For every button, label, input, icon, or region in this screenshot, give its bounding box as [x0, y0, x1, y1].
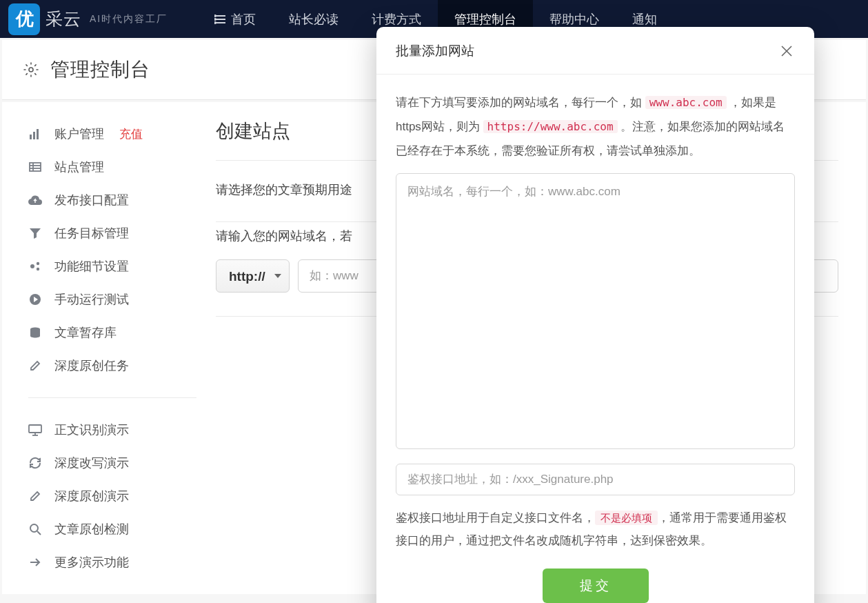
nav-label: 站长必读 [289, 11, 339, 28]
sidebar-label: 任务目标管理 [54, 225, 129, 241]
nav-label: 帮助中心 [549, 11, 599, 28]
svg-rect-10 [30, 163, 41, 171]
svg-point-4 [214, 19, 216, 20]
sidebar-group-demo: 正文识别演示 深度改写演示 深度原创演示 文章原创检测 更多演示功能 [28, 413, 196, 579]
nav-label: 首页 [231, 11, 256, 28]
brand[interactable]: 优 采云 AI时代内容工厂 [8, 3, 168, 35]
sidebar-label: 功能细节设置 [54, 258, 129, 275]
svg-rect-19 [29, 425, 41, 433]
sidebar-label: 深度原创任务 [54, 357, 129, 374]
svg-point-5 [214, 22, 216, 23]
submit-button[interactable]: 提交 [543, 569, 649, 603]
grid-icon [28, 160, 42, 174]
svg-point-14 [30, 264, 34, 268]
modal-close-button[interactable] [778, 43, 795, 59]
modal-body: 请在下方填写要添加的网站域名，每行一个，如 www.abc.com ，如果是ht… [376, 75, 814, 603]
monitor-icon [28, 423, 42, 437]
sidebar-label: 深度改写演示 [54, 455, 129, 471]
auth-note: 鉴权接口地址用于自定义接口文件名，不是必填项，通常用于需要通用鉴权接口的用户，通… [396, 506, 795, 552]
refresh-icon [28, 456, 42, 470]
cogs-icon [28, 259, 42, 273]
protocol-select[interactable]: http:// [216, 259, 290, 293]
sidebar-label: 文章原创检测 [54, 521, 129, 537]
console-title: 管理控制台 [50, 57, 150, 83]
bulk-add-sites-modal: 批量添加网站 请在下方填写要添加的网站域名，每行一个，如 www.abc.com… [376, 27, 814, 603]
svg-rect-8 [33, 132, 35, 139]
edit-icon [28, 489, 42, 503]
domains-textarea[interactable] [396, 173, 795, 449]
sidebar-item-deep-original-demo[interactable]: 深度原创演示 [28, 480, 196, 513]
sidebar-item-task-goals[interactable]: 任务目标管理 [28, 217, 196, 250]
optional-tag: 不是必填项 [595, 511, 658, 525]
svg-line-23 [37, 531, 41, 535]
filter-icon [28, 226, 42, 240]
nav-home[interactable]: 首页 [198, 0, 272, 38]
sidebar-label: 站点管理 [54, 159, 104, 175]
code-example-https: https://www.abc.com [483, 120, 618, 133]
code-example-domain: www.abc.com [645, 96, 727, 109]
search-icon [28, 522, 42, 536]
gear-icon [23, 61, 39, 78]
modal-description: 请在下方填写要添加的网站域名，每行一个，如 www.abc.com ，如果是ht… [396, 91, 795, 164]
sidebar-label: 发布接口配置 [54, 192, 129, 208]
modal-header: 批量添加网站 [376, 27, 814, 75]
share-icon [28, 555, 42, 569]
sidebar-label: 更多演示功能 [54, 554, 129, 571]
svg-point-15 [37, 262, 39, 265]
svg-rect-9 [37, 129, 39, 139]
edit-icon [28, 359, 42, 373]
sidebar-label: 账户管理 [54, 126, 104, 142]
sidebar-label: 文章暂存库 [54, 324, 117, 341]
sidebar-item-sites[interactable]: 站点管理 [28, 150, 196, 184]
nav-label: 管理控制台 [454, 11, 516, 28]
sidebar-label: 深度原创演示 [54, 488, 129, 504]
svg-point-3 [214, 15, 216, 17]
sidebar-item-account[interactable]: 账户管理 充值 [28, 117, 196, 150]
svg-point-6 [29, 68, 33, 72]
sidebar-item-originality-check[interactable]: 文章原创检测 [28, 513, 196, 546]
sidebar-item-content-detect[interactable]: 正文识别演示 [28, 413, 196, 446]
svg-point-16 [37, 268, 39, 270]
row-label: 请选择您的文章预期用途 [216, 183, 352, 197]
sidebar-label: 正文识别演示 [54, 422, 129, 438]
nav-label: 计费方式 [372, 11, 421, 28]
svg-point-22 [30, 524, 38, 532]
sidebar-item-manual-run[interactable]: 手动运行测试 [28, 283, 196, 316]
modal-title: 批量添加网站 [396, 42, 474, 60]
sidebar-item-deep-original-task[interactable]: 深度原创任务 [28, 349, 196, 382]
brand-name: 采云 [46, 8, 81, 30]
sidebar-label: 手动运行测试 [54, 291, 129, 308]
cloud-upload-icon [28, 193, 42, 207]
sidebar: 账户管理 充值 站点管理 发布接口配置 任务目标管理 功能细节设置 [2, 102, 209, 594]
nav-label: 通知 [632, 11, 657, 28]
database-icon [28, 326, 42, 339]
sidebar-item-article-cache[interactable]: 文章暂存库 [28, 316, 196, 349]
chart-bar-icon [28, 127, 42, 141]
sidebar-group-manage: 账户管理 充值 站点管理 发布接口配置 任务目标管理 功能细节设置 [28, 117, 196, 398]
brand-badge: 优 [8, 3, 40, 35]
brand-subtitle: AI时代内容工厂 [90, 13, 168, 26]
svg-rect-7 [30, 135, 32, 139]
play-circle-icon [28, 293, 42, 306]
list-icon [214, 14, 225, 24]
sidebar-item-more-demo[interactable]: 更多演示功能 [28, 546, 196, 579]
recharge-badge[interactable]: 充值 [119, 126, 143, 142]
auth-url-input[interactable] [396, 464, 795, 495]
sidebar-item-deep-rewrite[interactable]: 深度改写演示 [28, 446, 196, 480]
sidebar-item-settings[interactable]: 功能细节设置 [28, 250, 196, 283]
sidebar-item-publish-api[interactable]: 发布接口配置 [28, 184, 196, 217]
nav-webmaster-read[interactable]: 站长必读 [272, 0, 355, 38]
